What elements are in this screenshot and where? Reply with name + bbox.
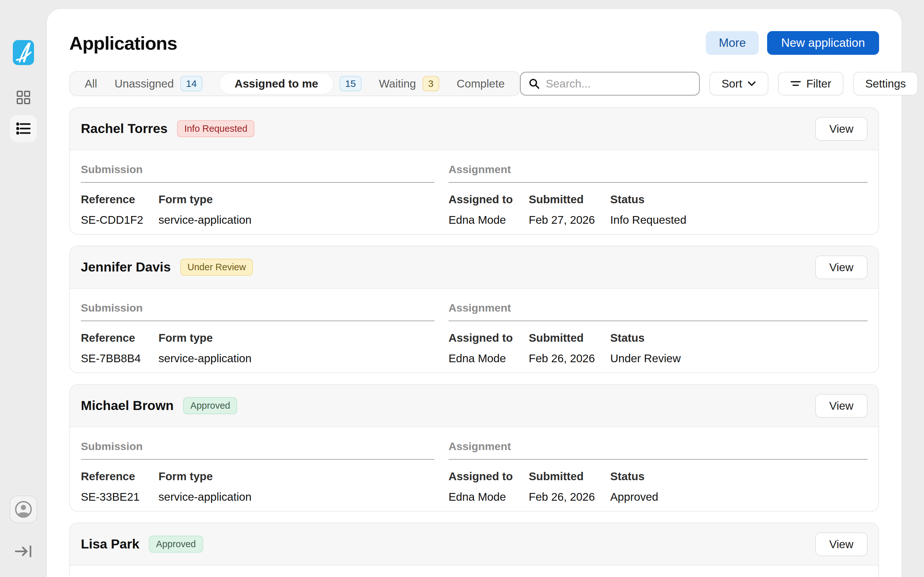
- assignment-section: Assignment Assigned to Edna Mode Submitt…: [449, 163, 867, 226]
- application-card: Rachel Torres Info Requested View Submis…: [69, 107, 879, 235]
- tab-complete[interactable]: Complete: [457, 77, 505, 90]
- submission-heading: Submission: [81, 301, 435, 314]
- card-header: Rachel Torres Info Requested View: [70, 108, 879, 150]
- reference-value: SE-33BE21: [81, 490, 158, 503]
- arrow-to-bar-icon: [15, 544, 32, 559]
- section-divider: [81, 182, 435, 183]
- form-type-column-header: Form type: [158, 193, 435, 206]
- form-type-value: service-application: [158, 490, 435, 503]
- status-value: Under Review: [610, 352, 867, 365]
- section-divider: [449, 459, 867, 460]
- search-icon: [528, 78, 540, 89]
- applicant-name: Lisa Park: [81, 537, 139, 552]
- main-panel: Applications More New application All Un…: [47, 9, 901, 577]
- assigned-count-badge: 15: [339, 76, 362, 91]
- settings-button[interactable]: Settings: [853, 72, 918, 95]
- assigned-to-value: Edna Mode: [449, 352, 529, 365]
- logo-a-icon: [15, 43, 31, 63]
- submission-section: Submission Reference SE-CDD1F2 Form type…: [81, 163, 435, 226]
- toolbar-row: All Unassigned 14 Assigned to me 15 Wait…: [69, 71, 879, 96]
- tab-waiting[interactable]: Waiting 3: [379, 76, 439, 91]
- submission-section: Submission Reference SE-7BB8B4 Form type…: [81, 301, 435, 365]
- assignment-section: Assignment Assigned to Edna Mode Submitt…: [449, 301, 867, 365]
- form-type-value: service-application: [158, 213, 435, 226]
- filter-lines-icon: [790, 80, 801, 87]
- search-box: [520, 72, 700, 95]
- form-type-column-header: Form type: [158, 332, 435, 344]
- section-divider: [81, 459, 435, 460]
- status-column-header: Status: [610, 332, 867, 344]
- section-divider: [81, 321, 435, 321]
- status-column-header: Status: [610, 193, 867, 206]
- submitted-column-header: Submitted: [529, 470, 610, 483]
- card-header: Michael Brown Approved View: [70, 385, 879, 427]
- submitted-value: Feb 26, 2026: [529, 352, 610, 365]
- tab-all[interactable]: All: [85, 77, 97, 90]
- assigned-to-column-header: Assigned to: [449, 332, 529, 344]
- submitted-value: Feb 26, 2026: [529, 490, 610, 503]
- sign-out-button[interactable]: [15, 544, 32, 559]
- status-badge: Approved: [183, 397, 237, 414]
- assigned-to-column-header: Assigned to: [449, 470, 529, 483]
- sidebar: [0, 0, 47, 577]
- list-view-button[interactable]: [10, 115, 37, 142]
- filter-button[interactable]: Filter: [778, 72, 843, 95]
- status-value: Approved: [610, 490, 867, 503]
- view-button[interactable]: View: [815, 255, 867, 279]
- status-badge: Under Review: [180, 259, 253, 276]
- status-badge: Info Requested: [177, 120, 254, 137]
- status-badge: Approved: [149, 536, 203, 553]
- application-list: Rachel Torres Info Requested View Submis…: [69, 107, 879, 577]
- application-card: Jennifer Davis Under Review View Submiss…: [69, 245, 879, 373]
- view-button[interactable]: View: [815, 117, 867, 141]
- chevron-down-icon: [747, 81, 756, 87]
- reference-column-header: Reference: [81, 193, 158, 206]
- assignment-heading: Assignment: [449, 440, 867, 453]
- submitted-value: Feb 27, 2026: [529, 213, 610, 226]
- list-icon: [16, 122, 31, 135]
- more-button[interactable]: More: [706, 31, 758, 55]
- form-type-value: service-application: [158, 352, 435, 365]
- view-button[interactable]: View: [815, 532, 867, 556]
- reference-value: SE-CDD1F2: [81, 213, 158, 226]
- header-actions: More New application: [706, 31, 879, 55]
- status-value: Info Requested: [610, 213, 867, 226]
- submission-heading: Submission: [81, 440, 435, 453]
- page-title: Applications: [69, 32, 177, 54]
- card-header: Jennifer Davis Under Review View: [70, 246, 879, 289]
- sort-button[interactable]: Sort: [709, 72, 768, 95]
- submitted-column-header: Submitted: [529, 332, 610, 344]
- assignment-section: Assignment Assigned to Edna Mode Submitt…: [449, 440, 867, 503]
- submitted-column-header: Submitted: [529, 193, 610, 206]
- unassigned-count-badge: 14: [180, 76, 202, 91]
- application-card: Lisa Park Approved View Submission Assig…: [69, 522, 879, 577]
- card-body: Submission Reference SE-33BE21 Form type…: [70, 427, 879, 511]
- reference-value: SE-7BB8B4: [81, 352, 158, 365]
- tab-unassigned[interactable]: Unassigned 14: [115, 76, 202, 91]
- grid-view-icon[interactable]: [16, 90, 31, 105]
- assignment-heading: Assignment: [449, 163, 867, 176]
- card-body: Submission Reference SE-CDD1F2 Form type…: [70, 150, 879, 234]
- reference-column-header: Reference: [81, 470, 158, 483]
- user-avatar-button[interactable]: [10, 496, 37, 523]
- waiting-count-badge: 3: [423, 76, 439, 91]
- search-input[interactable]: [546, 77, 691, 90]
- form-type-column-header: Form type: [158, 470, 435, 483]
- view-button[interactable]: View: [815, 394, 867, 418]
- submission-section: Submission Reference SE-33BE21 Form type…: [81, 440, 435, 503]
- card-header: Lisa Park Approved View: [70, 523, 879, 566]
- section-divider: [449, 321, 867, 321]
- assigned-to-value: Edna Mode: [449, 213, 529, 226]
- page-header: Applications More New application: [69, 29, 879, 56]
- applicant-name: Michael Brown: [81, 398, 174, 413]
- app-logo[interactable]: [13, 40, 34, 65]
- new-application-button[interactable]: New application: [767, 31, 879, 55]
- applicant-name: Rachel Torres: [81, 121, 168, 136]
- tab-bar: All Unassigned 14 Assigned to me 15 Wait…: [69, 71, 520, 96]
- status-column-header: Status: [610, 470, 867, 483]
- tab-assigned-to-me[interactable]: Assigned to me 15: [220, 73, 362, 94]
- card-body: Submission Reference SE-7BB8B4 Form type…: [70, 289, 879, 372]
- application-card: Michael Brown Approved View Submission R…: [69, 384, 879, 512]
- card-body: Submission Assignment: [70, 566, 879, 577]
- assignment-heading: Assignment: [449, 301, 867, 314]
